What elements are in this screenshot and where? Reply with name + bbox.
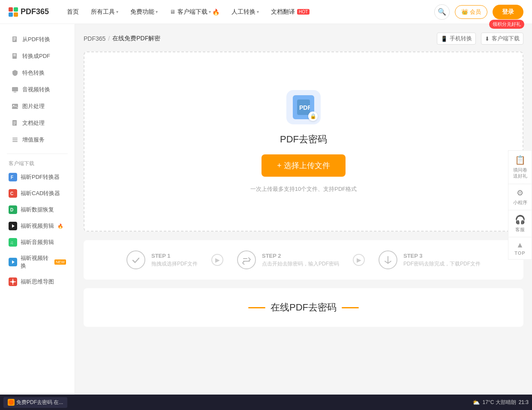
fire-badge-icon: 🔥 xyxy=(57,223,63,229)
step-arrow-2: ▶ xyxy=(346,259,372,260)
sidebar-client-foxitvconv[interactable]: 福昕视频转换 NEW xyxy=(0,250,75,274)
step-3: STEP 3 PDF密码去除完成，下载PDF文件 xyxy=(379,250,481,269)
step2-text: STEP 2 点击开始去除密码，输入PDF密码 xyxy=(262,253,339,268)
svg-rect-16 xyxy=(12,139,18,140)
sidebar-item-from-pdf[interactable]: 从PDF转换 xyxy=(3,31,72,48)
upload-icon-wrap: PDF 🔒 xyxy=(286,90,321,124)
upload-area[interactable]: PDF 🔒 PDF去密码 + 选择上传文件 一次上传最多支持10个文件、支持PD… xyxy=(84,51,523,232)
section-title: 在线PDF去密码 xyxy=(96,301,511,314)
foxitvideo-icon xyxy=(9,222,17,230)
page-layout: 从PDF转换 转换成PDF 特色转换 音视频转换 xyxy=(0,24,532,410)
sidebar-client-foxitcad[interactable]: C 福昕CAD转换器 xyxy=(0,185,75,202)
list-icon xyxy=(11,136,19,144)
reward-badge[interactable]: 领积分兑好礼 xyxy=(489,20,524,29)
foxitvconv-icon xyxy=(9,258,17,266)
miniprogram-button[interactable]: ⚙ 小程序 xyxy=(508,184,532,210)
sidebar-client-foxitdata[interactable]: D 福昕数据恢复 xyxy=(0,202,75,218)
sidebar-client-foxitmind[interactable]: 福昕思维导图 xyxy=(0,274,75,290)
svg-rect-3 xyxy=(13,40,15,41)
chevron-down-icon: ▾ xyxy=(156,9,158,14)
svg-rect-14 xyxy=(13,124,15,125)
foxitmind-icon xyxy=(9,277,17,286)
mobile-convert-button[interactable]: 📱 手机转换 xyxy=(437,33,476,45)
back-to-top-button[interactable]: ▲ TOP xyxy=(508,237,532,260)
svg-point-31 xyxy=(12,280,14,283)
step3-text: STEP 3 PDF密码去除完成，下载PDF文件 xyxy=(403,253,481,268)
headphone-icon: 🎧 xyxy=(515,214,526,225)
sidebar-client-foxitpdf[interactable]: F 福昕PDF转换器 xyxy=(0,169,75,185)
sidebar-client-foxitaudio[interactable]: ♫ 福昕音频剪辑 xyxy=(0,234,75,250)
step-2: STEP 2 点击开始去除密码，输入PDF密码 xyxy=(237,250,339,269)
breadcrumb-divider: / xyxy=(108,35,110,42)
sidebar-item-value[interactable]: 增值服务 xyxy=(3,132,72,148)
pdf-unlock-icon: PDF 🔒 xyxy=(293,95,314,119)
svg-text:♫: ♫ xyxy=(10,240,14,245)
nav-items: 首页 所有工具 ▾ 免费功能 ▾ 🖥 客户端下载 ▾ 🔥 人工转换 ▾ 文档翻译… xyxy=(62,6,434,18)
lock-icon: 🔒 xyxy=(308,112,318,121)
sidebar-item-image[interactable]: 图片处理 xyxy=(3,98,72,115)
chevron-down-icon: ▾ xyxy=(209,9,211,14)
sidebar-divider xyxy=(7,154,68,154)
arrow-circle-icon: ▶ xyxy=(211,254,223,266)
nav-manual[interactable]: 人工转换 ▾ xyxy=(226,6,264,18)
chevron-down-icon: ▾ xyxy=(116,9,118,14)
monitor-icon: 🖥 xyxy=(170,9,175,15)
nav-download[interactable]: 🖥 客户端下载 ▾ 🔥 xyxy=(165,6,225,18)
foxitaudio-icon: ♫ xyxy=(9,238,17,247)
sidebar-item-to-pdf[interactable]: 转换成PDF xyxy=(3,48,72,64)
login-button[interactable]: 登录 xyxy=(493,5,523,19)
svg-point-39 xyxy=(9,400,14,405)
taskbar: 免费PDF去密码 在... ⛅ 17°C 大部晴朗 21:3 xyxy=(0,395,532,410)
member-button[interactable]: 👑 会员 xyxy=(455,5,487,19)
download-icon: ⬇ xyxy=(485,36,490,42)
nav-translate[interactable]: 文档翻译 HOT xyxy=(266,6,315,18)
sidebar-client-foxitvideo[interactable]: 福昕视频剪辑 🔥 xyxy=(0,218,75,234)
crown-icon: 👑 xyxy=(461,9,468,15)
step2-icon xyxy=(237,250,256,269)
miniprogram-icon: ⚙ xyxy=(517,188,523,198)
foxitpdf-icon: F xyxy=(9,173,17,181)
nav-home[interactable]: 首页 xyxy=(62,6,84,18)
chevron-down-icon: ▾ xyxy=(257,9,259,14)
questionnaire-button[interactable]: 📋 填问卷送好礼 xyxy=(508,150,532,184)
step-arrow-1: ▶ xyxy=(204,259,230,260)
weather-text: 17°C 大部晴朗 xyxy=(482,399,516,406)
breadcrumb-home[interactable]: PDF365 xyxy=(84,35,105,42)
svg-rect-17 xyxy=(12,141,18,142)
search-icon: 🔍 xyxy=(438,8,446,16)
customer-service-button[interactable]: 🎧 客服 xyxy=(508,210,532,237)
svg-rect-2 xyxy=(13,39,16,39)
search-button[interactable]: 🔍 xyxy=(434,4,450,20)
upload-title: PDF去密码 xyxy=(280,133,327,146)
nav-tools[interactable]: 所有工具 ▾ xyxy=(86,6,123,18)
breadcrumb-current: 在线免费PDF解密 xyxy=(112,35,160,42)
title-dash-left xyxy=(248,307,265,308)
sidebar-main-group: 从PDF转换 转换成PDF 特色转换 音视频转换 xyxy=(0,28,75,151)
svg-rect-11 xyxy=(12,120,17,126)
upload-hint: 一次上传最多支持10个文件、支持PDF格式 xyxy=(250,185,357,193)
upload-button[interactable]: + 选择上传文件 xyxy=(261,154,346,177)
sidebar-item-doc[interactable]: 文档处理 xyxy=(3,115,72,131)
svg-rect-5 xyxy=(13,54,16,55)
chevron-up-icon: ▲ xyxy=(516,241,524,250)
svg-rect-13 xyxy=(13,123,16,124)
svg-rect-15 xyxy=(12,138,18,139)
svg-rect-6 xyxy=(13,55,16,56)
fire-icon: 🔥 xyxy=(212,9,219,15)
from-pdf-icon xyxy=(11,36,19,43)
nav-free[interactable]: 免费功能 ▾ xyxy=(125,6,163,18)
title-dash-right xyxy=(342,307,359,308)
main-content: PDF365 / 在线免费PDF解密 📱 手机转换 ⬇ 客户端下载 PDF xyxy=(75,24,532,410)
sidebar-item-av[interactable]: 音视频转换 xyxy=(3,81,72,98)
client-download-button[interactable]: ⬇ 客户端下载 xyxy=(481,33,523,45)
logo[interactable]: PDF365 xyxy=(9,7,49,17)
phone-icon: 📱 xyxy=(441,36,448,42)
image-icon xyxy=(11,102,19,110)
taskbar-item[interactable]: 免费PDF去密码 在... xyxy=(3,397,67,408)
sidebar-item-special[interactable]: 特色转换 xyxy=(3,65,72,81)
svg-rect-1 xyxy=(13,37,16,38)
step1-text: STEP 1 拖拽或选择PDF文件 xyxy=(151,253,198,268)
svg-text:PDF: PDF xyxy=(299,104,310,111)
step1-icon xyxy=(126,250,145,269)
breadcrumb: PDF365 / 在线免费PDF解密 📱 手机转换 ⬇ 客户端下载 xyxy=(84,33,523,45)
